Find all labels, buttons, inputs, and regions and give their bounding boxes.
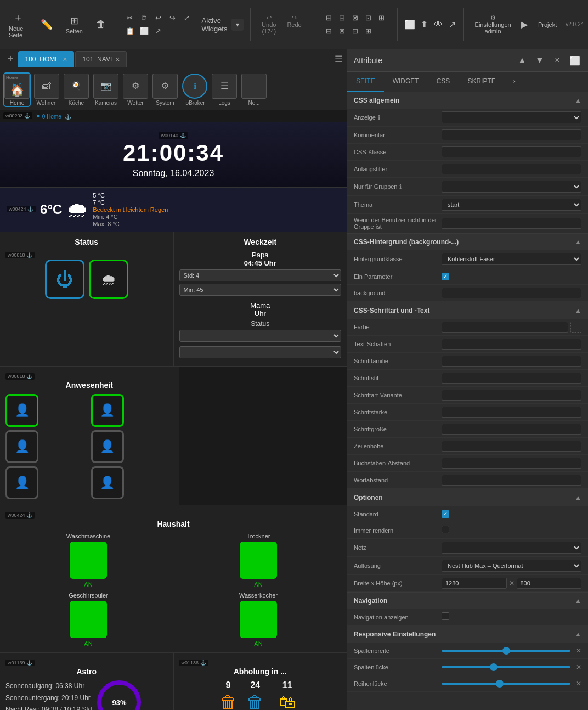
page-thumb-system[interactable]: ⚙ System <box>152 74 178 106</box>
format-3-button[interactable]: ⊠ <box>336 25 348 37</box>
waschmaschine-button[interactable] <box>70 542 107 579</box>
page-thumb-logs[interactable]: ☰ Logs <box>212 74 237 106</box>
schriftstil-input[interactable] <box>442 373 581 384</box>
paste-style-button[interactable]: ⬜ <box>138 25 150 37</box>
trockner-button[interactable] <box>240 542 277 579</box>
netz-select[interactable] <box>442 542 581 554</box>
w01139-badge[interactable]: w01139 ⚓ <box>5 660 35 666</box>
status-btn-rain[interactable]: 🌧 <box>89 260 128 299</box>
active-widgets-dropdown[interactable]: ▾ <box>231 19 244 31</box>
wortabstand-input[interactable] <box>442 475 581 486</box>
presence-btn-6[interactable]: 👤 <box>91 466 124 499</box>
align-top-button[interactable]: ⊡ <box>362 12 374 24</box>
format-5-button[interactable]: ⊞ <box>362 25 374 37</box>
tab-101-navi[interactable]: 101_NAVI × <box>75 51 127 67</box>
optionen-header[interactable]: Optionen ▲ <box>347 489 588 506</box>
css-allgemein-header[interactable]: CSS allgemein ▲ <box>347 92 588 109</box>
admin-area[interactable]: ⚙ Einstellungen admin <box>471 14 516 35</box>
auflosung-select[interactable]: Nest Hub Max – Querformat <box>442 560 581 572</box>
thema-select[interactable]: start <box>442 199 581 211</box>
align-right-button[interactable]: ⊠ <box>349 12 361 24</box>
tab-menu-button[interactable]: ☰ <box>335 54 342 64</box>
tab-seite[interactable]: SEITE <box>347 72 384 92</box>
page-thumb-ne[interactable]: Ne... <box>241 74 267 106</box>
align-left-button[interactable]: ⊞ <box>323 12 335 24</box>
presence-btn-5[interactable]: 👤 <box>5 466 38 499</box>
neue-seite-button[interactable]: ＋ Neue Seite <box>4 9 32 41</box>
zeilenhohe-input[interactable] <box>442 441 581 452</box>
presence-btn-2[interactable]: 👤 <box>91 394 124 427</box>
spaltenlucke-slider[interactable] <box>442 666 570 668</box>
anzeige-info-icon[interactable]: ℹ <box>378 114 380 121</box>
responsive-header[interactable]: Responsive Einstellungen ▲ <box>347 626 588 643</box>
status-btn-power[interactable]: ⏻ <box>45 260 84 299</box>
presence-btn-4[interactable]: 👤 <box>91 430 124 463</box>
w00203-badge[interactable]: w00203 ⚓ <box>3 112 32 119</box>
redo-icon-button[interactable]: ↪ <box>167 12 179 24</box>
export-button[interactable]: ⬆ <box>420 17 429 32</box>
geschirrspuler-button[interactable] <box>70 601 107 638</box>
anfangsfilter-input[interactable] <box>442 164 581 174</box>
projekt-area[interactable]: Projekt <box>534 21 561 28</box>
w00424b-badge[interactable]: w00424 ⚓ <box>5 512 35 519</box>
external-button[interactable]: ⤢ <box>181 12 193 24</box>
share-button[interactable]: ↗ <box>152 25 165 37</box>
reihenlucke-slider[interactable] <box>442 683 570 685</box>
css-schriftart-header[interactable]: CSS-Schriftart und -Text ▲ <box>347 302 588 319</box>
farbe-input[interactable] <box>442 322 568 333</box>
w00424-badge[interactable]: w00424 ⚓ <box>7 206 36 212</box>
weckzeit-min-select[interactable]: Min: 45 <box>179 284 342 296</box>
play-button[interactable]: ▶ <box>520 17 529 32</box>
buchstaben-abstand-input[interactable] <box>442 458 581 469</box>
edit-icon-button[interactable]: ✏️ <box>36 16 57 33</box>
page-thumb-wohnen[interactable]: 🛋 Wohnen <box>34 74 59 106</box>
preview-button[interactable]: 👁 <box>433 17 443 32</box>
schriftart-variante-input[interactable] <box>442 390 581 401</box>
attr-up-button[interactable]: ▲ <box>516 54 529 67</box>
page-thumb-kameras[interactable]: 📷 Kameras <box>93 74 118 106</box>
tab-skripte[interactable]: SKRIPTE <box>459 72 504 92</box>
page-thumb-iobroker[interactable]: ℹ ioBroker <box>182 74 207 106</box>
page-thumb-kuche[interactable]: 🍳 Küche <box>64 74 89 106</box>
nur-gruppen-select[interactable] <box>442 181 581 193</box>
spaltenbreite-remove[interactable]: ✕ <box>576 647 581 655</box>
view-button[interactable]: ⬜ <box>404 17 415 32</box>
spaltenlucke-remove[interactable]: ✕ <box>576 663 581 671</box>
immer-rendern-checkbox[interactable] <box>442 526 449 533</box>
ein-parameter-checkbox[interactable]: ✓ <box>442 273 449 280</box>
attr-maximize-button[interactable]: ⬜ <box>568 54 581 67</box>
navigation-anzeigen-checkbox[interactable] <box>442 612 449 620</box>
css-klasse-input[interactable] <box>442 146 581 157</box>
tab-widget[interactable]: WIDGET <box>384 72 428 92</box>
standard-checkbox[interactable]: ✓ <box>442 510 449 518</box>
weckzeit-mama-std[interactable] <box>179 330 342 342</box>
seiten-button[interactable]: ⊞ Seiten <box>61 13 87 37</box>
reihenlucke-remove[interactable]: ✕ <box>576 680 581 688</box>
tab-more[interactable]: › <box>505 72 524 92</box>
paste-button[interactable]: 📋 <box>124 25 136 37</box>
wasserkocher-button[interactable] <box>240 601 277 638</box>
attr-close-button[interactable]: × <box>551 54 564 67</box>
format-4-button[interactable]: ⊡ <box>349 25 361 37</box>
css-hintergrund-header[interactable]: CSS-Hintergrund (background-...) ▲ <box>347 234 588 250</box>
navigation-header[interactable]: Navigation ▲ <box>347 593 588 609</box>
text-schatten-input[interactable] <box>442 339 581 350</box>
attr-down-button[interactable]: ▼ <box>533 54 546 67</box>
kommentar-input[interactable] <box>442 129 581 140</box>
schriftfamilie-input[interactable] <box>442 356 581 367</box>
wenn-benutzer-input[interactable] <box>442 218 581 229</box>
hintergrundklasse-select[interactable]: Kohlenstoff-Faser <box>442 253 581 265</box>
undo-icon-button[interactable]: ↩ <box>152 12 165 24</box>
presence-btn-3[interactable]: 👤 <box>5 430 38 463</box>
spaltenbreite-slider[interactable] <box>442 650 570 652</box>
share2-button[interactable]: ↗ <box>448 17 457 32</box>
width-input[interactable] <box>442 578 507 589</box>
nur-gruppen-info-icon[interactable]: ℹ <box>399 183 402 190</box>
weckzeit-std-select[interactable]: Std: 4 <box>179 269 342 281</box>
tab-add-button[interactable]: + <box>4 53 17 65</box>
page-thumb-home[interactable]: ⚑ 0 Home 🏠 Home <box>4 74 30 106</box>
weckzeit-mama-min[interactable] <box>179 346 342 358</box>
page-thumb-wetter[interactable]: ⚙ Wetter <box>123 74 148 106</box>
w00140-badge[interactable]: w00140 ⚓ <box>159 132 188 139</box>
schriftstarke-input[interactable] <box>442 407 581 418</box>
